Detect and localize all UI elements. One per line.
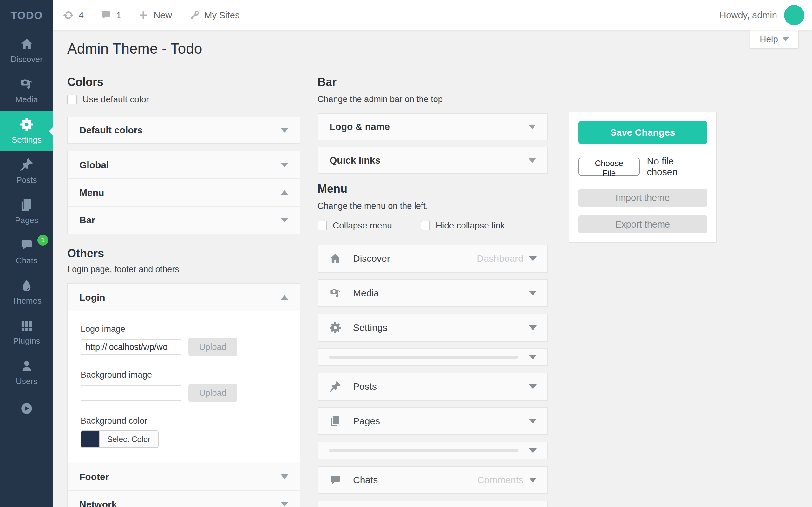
menu-item-panel-chats[interactable]: Chats Comments xyxy=(317,466,548,494)
sidebar-item-users[interactable]: Users xyxy=(0,352,53,393)
save-changes-button[interactable]: Save Changes xyxy=(578,121,707,144)
export-theme-button[interactable]: Export theme xyxy=(578,216,707,233)
logo-upload-button[interactable]: Upload xyxy=(189,338,237,356)
sidebar-item-label: Pages xyxy=(15,216,38,225)
hide-collapse-link-checkbox[interactable] xyxy=(420,221,430,230)
collapse-menu-label: Collapse menu xyxy=(333,221,392,231)
sidebar-item-posts[interactable]: Posts xyxy=(0,151,53,191)
plus-icon xyxy=(138,9,149,21)
sidebar-item-label: Chats xyxy=(16,256,38,266)
chevron-down-icon xyxy=(529,384,537,389)
menu-subtitle: Change the menu on the left. xyxy=(317,201,548,211)
chat-bubble-icon xyxy=(19,238,34,252)
menu-item-panel-media[interactable]: Media xyxy=(317,279,548,307)
import-theme-button[interactable]: Import theme xyxy=(578,189,707,207)
topbar-left-group: 4 1 New My Sites xyxy=(53,9,240,21)
background-image-input[interactable] xyxy=(81,385,182,400)
file-input-row: Choose File No file chosen xyxy=(578,156,707,177)
user-icon xyxy=(19,359,34,373)
comments-count: 1 xyxy=(116,10,121,20)
file-status-text: No file chosen xyxy=(647,156,707,177)
actions-card: Save Changes Choose File No file chosen … xyxy=(569,112,716,243)
global-panel[interactable]: Global xyxy=(68,152,300,178)
play-circle-icon xyxy=(20,402,33,415)
collapse-menu-row: Collapse menu xyxy=(317,221,392,231)
sidebar-collapse-toggle[interactable] xyxy=(0,393,53,424)
collapse-menu-checkbox[interactable] xyxy=(317,221,327,230)
new-item[interactable]: New xyxy=(138,9,172,21)
bar-heading: Bar xyxy=(317,75,548,89)
chevron-down-icon xyxy=(281,128,288,133)
default-colors-panel[interactable]: Default colors xyxy=(67,117,300,144)
separator-bar xyxy=(329,355,518,359)
my-sites-label: My Sites xyxy=(204,10,240,20)
updates-item[interactable]: 4 xyxy=(63,9,84,21)
menu-item-panel-pages[interactable]: Pages xyxy=(317,407,548,435)
menu-item-panel-posts[interactable]: Posts xyxy=(317,373,548,400)
color-swatch[interactable] xyxy=(81,431,99,447)
sidebar: TODO Discover Media Settings Posts Pages… xyxy=(0,0,53,507)
media-icon xyxy=(329,287,342,299)
menu-separator-row[interactable] xyxy=(317,348,548,366)
footer-panel[interactable]: Footer xyxy=(68,463,300,490)
grid-icon xyxy=(19,319,34,333)
background-color-label: Background color xyxy=(81,416,287,426)
menu-item-dropdown[interactable] xyxy=(529,384,537,389)
home-icon xyxy=(19,37,34,51)
menu-item-dropdown[interactable] xyxy=(529,419,537,424)
hide-collapse-link-label: Hide collapse link xyxy=(436,221,505,231)
menu-item-panel-settings[interactable]: Settings xyxy=(317,314,548,342)
chat-bubble-icon xyxy=(329,474,342,487)
menu-separator-row[interactable] xyxy=(317,442,548,459)
menu-item-dropdown[interactable]: Dashboard xyxy=(477,253,537,264)
sidebar-item-pages[interactable]: Pages xyxy=(0,191,53,232)
chevron-down-icon xyxy=(528,158,536,163)
sidebar-item-media[interactable]: Media xyxy=(0,71,53,111)
use-default-color-row: Use default color xyxy=(67,95,300,105)
my-sites-item[interactable]: My Sites xyxy=(189,9,240,21)
color-picker-control[interactable]: Select Color xyxy=(81,430,159,448)
menu-item-panel-partial[interactable] xyxy=(317,501,548,507)
help-label: Help xyxy=(760,34,778,44)
sidebar-item-themes[interactable]: Themes xyxy=(0,272,53,312)
key-icon xyxy=(189,9,200,21)
choose-file-button[interactable]: Choose File xyxy=(578,158,640,176)
bar-colors-panel[interactable]: Bar xyxy=(68,206,300,233)
help-dropdown[interactable]: Help xyxy=(750,31,798,48)
sidebar-item-label: Users xyxy=(16,377,38,386)
comments-item[interactable]: 1 xyxy=(100,9,121,21)
sidebar-item-label: Discover xyxy=(10,55,43,64)
quick-links-panel[interactable]: Quick links xyxy=(317,147,548,174)
menu-colors-panel[interactable]: Menu xyxy=(68,178,300,206)
chevron-down-icon xyxy=(528,124,536,129)
logo-image-input[interactable] xyxy=(81,339,182,354)
menu-item-dropdown[interactable]: Comments xyxy=(477,475,537,486)
chevron-down-icon xyxy=(529,326,537,330)
top-admin-bar: 4 1 New My Sites Howdy, admin xyxy=(53,0,812,31)
pushpin-icon xyxy=(19,158,34,172)
avatar[interactable] xyxy=(784,5,804,25)
chevron-up-icon xyxy=(281,295,288,300)
home-icon xyxy=(329,252,342,265)
howdy-text[interactable]: Howdy, admin xyxy=(719,10,777,20)
logo-name-panel[interactable]: Logo & name xyxy=(317,113,548,140)
background-image-label: Background image xyxy=(81,370,287,380)
network-panel[interactable]: Network xyxy=(68,490,300,507)
sidebar-item-chats[interactable]: Chats 1 xyxy=(0,232,53,272)
select-color-button[interactable]: Select Color xyxy=(99,431,158,447)
chevron-down-icon xyxy=(529,257,537,261)
background-upload-button[interactable]: Upload xyxy=(189,384,237,402)
sidebar-item-plugins[interactable]: Plugins xyxy=(0,312,53,352)
others-panel-stack: Login Logo image Upload Background image… xyxy=(67,283,300,507)
menu-item-panel-discover[interactable]: Discover Dashboard xyxy=(317,245,548,273)
updates-count: 4 xyxy=(79,10,84,20)
sidebar-item-label: Plugins xyxy=(13,336,40,346)
login-panel-header[interactable]: Login xyxy=(68,284,300,311)
sidebar-item-discover[interactable]: Discover xyxy=(0,31,53,71)
chevron-down-icon xyxy=(529,478,537,483)
use-default-color-checkbox[interactable] xyxy=(67,95,77,104)
menu-item-dropdown[interactable] xyxy=(529,326,537,330)
colors-others-column: Colors Use default color Default colors … xyxy=(67,75,300,507)
menu-item-dropdown[interactable] xyxy=(529,291,537,296)
sidebar-item-settings[interactable]: Settings xyxy=(0,111,53,151)
